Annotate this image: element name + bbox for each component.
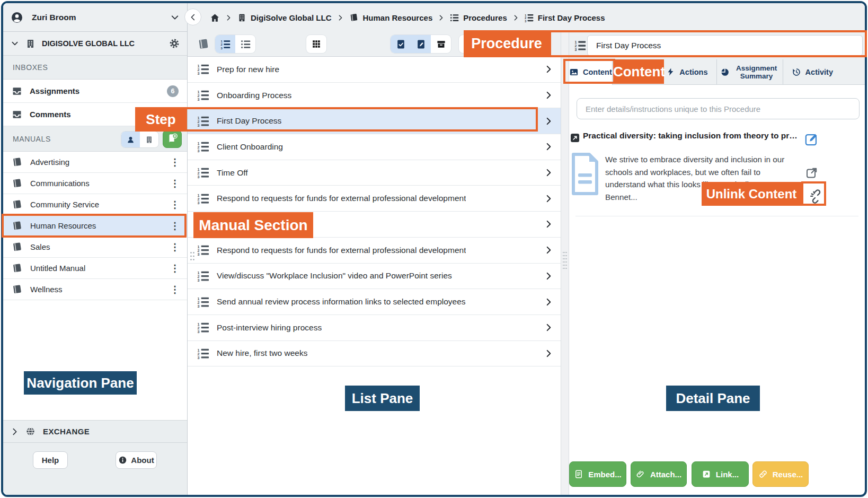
add-manual-button[interactable] — [163, 130, 182, 148]
edit-icon[interactable] — [804, 132, 819, 146]
annotation-label-list-pane: List Pane — [345, 386, 420, 411]
sidebar-manual-item[interactable]: Community Service ⋮ — [3, 194, 187, 215]
list-row-title: New hire, first two weeks — [217, 348, 307, 358]
chevron-right-icon — [438, 14, 445, 21]
ordered-list-icon — [197, 347, 209, 360]
archive-icon — [436, 39, 446, 49]
ordered-list-icon — [197, 244, 209, 256]
external-link-icon[interactable] — [805, 167, 818, 179]
chevron-right-icon — [544, 65, 553, 74]
tab-activity[interactable]: Activity — [783, 59, 865, 84]
assignments-label: Assignments — [30, 86, 79, 95]
approved-docs-button[interactable] — [391, 35, 411, 53]
list-row[interactable]: Send annual review process information l… — [188, 289, 561, 315]
grid-view-button[interactable] — [306, 35, 326, 53]
link-button[interactable]: Link... — [692, 461, 749, 487]
kebab-menu-icon[interactable]: ⋮ — [170, 242, 180, 252]
history-icon — [792, 67, 801, 77]
sidebar-manual-item[interactable]: Human Resources ⋮ — [3, 215, 187, 237]
inboxes-header: INBOXES — [3, 56, 187, 80]
grid-icon — [312, 39, 321, 49]
app-window: Zuri Broom DIGISOLVE GLOBAL LLC INBOXES … — [1, 1, 867, 497]
kebab-menu-icon[interactable]: ⋮ — [170, 264, 180, 273]
chain-icon — [758, 469, 768, 479]
globe-icon — [25, 426, 36, 436]
sidebar-manual-item[interactable]: Communications ⋮ — [3, 173, 187, 194]
sidebar-manual-item[interactable]: Advertising ⋮ — [3, 152, 187, 173]
pane-scrollbar[interactable] — [561, 32, 569, 495]
list-row[interactable]: Time Off — [188, 160, 561, 186]
chevron-left-icon — [189, 13, 197, 21]
list-row[interactable]: Respond to requests for funds for extern… — [188, 186, 561, 212]
kebab-menu-icon[interactable]: ⋮ — [170, 200, 180, 209]
tab-assignment-summary[interactable]: Assignment Summary — [717, 59, 783, 84]
sidebar-manual-item[interactable]: Sales ⋮ — [3, 237, 187, 258]
ordered-list-icon — [197, 115, 209, 127]
breadcrumb-manual[interactable]: Human Resources — [349, 13, 433, 22]
chevron-right-icon — [544, 298, 553, 307]
drag-handle-icon[interactable] — [190, 251, 195, 261]
procedure-details-input[interactable] — [577, 98, 860, 119]
list-row[interactable]: Onboarding Process — [188, 83, 561, 109]
book-icon — [12, 241, 23, 252]
list-row-title: Prep for new hire — [217, 65, 279, 74]
help-button[interactable]: Help — [33, 451, 68, 469]
sidebar-item-exchange[interactable]: EXCHANGE — [3, 420, 187, 443]
about-button[interactable]: About — [116, 451, 157, 469]
content-item-title[interactable]: Practical diversity: taking inclusion fr… — [583, 131, 801, 141]
kebab-menu-icon[interactable]: ⋮ — [170, 158, 180, 167]
chevron-down-icon[interactable] — [11, 39, 19, 48]
ordered-list-icon — [197, 167, 209, 179]
screenshot-frame: Zuri Broom DIGISOLVE GLOBAL LLC INBOXES … — [0, 0, 868, 498]
user-avatar-icon — [11, 11, 23, 24]
collapse-pane-button[interactable] — [184, 8, 201, 25]
list-row-title: Onboarding Process — [217, 91, 291, 100]
book-icon — [12, 156, 23, 168]
embed-button[interactable]: Embed... — [569, 461, 626, 487]
chevron-right-icon[interactable] — [11, 427, 19, 436]
gear-icon[interactable] — [169, 38, 180, 49]
ordered-list-view-button[interactable] — [215, 35, 235, 53]
list-row[interactable]: Prep for new hire — [188, 57, 561, 83]
chevron-right-icon — [544, 246, 553, 255]
kebab-menu-icon[interactable]: ⋮ — [170, 179, 180, 188]
user-menu[interactable]: Zuri Broom — [3, 3, 187, 32]
book-icon — [12, 263, 23, 274]
kebab-menu-icon[interactable]: ⋮ — [170, 285, 180, 294]
chevron-right-icon — [512, 14, 519, 21]
tab-content[interactable]: Content — [569, 59, 613, 85]
attach-button[interactable]: Attach... — [631, 461, 687, 487]
list-row[interactable]: Respond to requests for funds for extern… — [188, 238, 561, 264]
org-manuals-toggle[interactable] — [140, 132, 158, 147]
embed-doc-icon — [574, 469, 583, 479]
breadcrumb-section[interactable]: Procedures — [450, 13, 507, 22]
my-manuals-toggle[interactable] — [121, 132, 140, 147]
archived-docs-button[interactable] — [431, 35, 451, 53]
bullet-list-icon — [450, 13, 459, 22]
chevron-down-icon[interactable] — [170, 13, 180, 22]
tab-activity-label: Activity — [805, 68, 833, 76]
list-row[interactable]: New hire, first two weeks — [188, 341, 561, 367]
breadcrumb-procedure[interactable]: First Day Process — [525, 13, 605, 22]
tab-content-label: Content — [583, 68, 612, 76]
kebab-menu-icon[interactable]: ⋮ — [170, 221, 180, 231]
list-row[interactable]: First Day Process — [188, 108, 561, 134]
bullet-list-view-button[interactable] — [235, 35, 255, 53]
unlink-icon[interactable] — [809, 189, 823, 204]
list-row[interactable]: View/discuss "Workplace Inclusion" video… — [188, 264, 561, 290]
ordered-list-icon — [525, 13, 534, 22]
web-link-icon — [571, 134, 580, 143]
procedure-title-input[interactable] — [587, 35, 863, 56]
sidebar-manual-item[interactable]: Untitled Manual ⋮ — [3, 258, 187, 279]
home-icon[interactable] — [210, 13, 220, 23]
list-row[interactable]: Client Onboarding — [188, 134, 561, 160]
organization-row[interactable]: DIGISOLVE GLOBAL LLC — [3, 32, 187, 56]
image-icon — [569, 67, 579, 77]
list-row[interactable]: Post-interview hiring process — [188, 315, 561, 341]
scrollbar-handle[interactable] — [562, 250, 568, 270]
draft-docs-button[interactable] — [411, 35, 431, 53]
sidebar-manual-item[interactable]: Wellness ⋮ — [3, 279, 187, 300]
reuse-button[interactable]: Reuse... — [752, 461, 809, 487]
sidebar-item-assignments[interactable]: Assignments 6 — [3, 80, 187, 103]
breadcrumb-company[interactable]: DigiSolve Global LLC — [237, 13, 332, 22]
